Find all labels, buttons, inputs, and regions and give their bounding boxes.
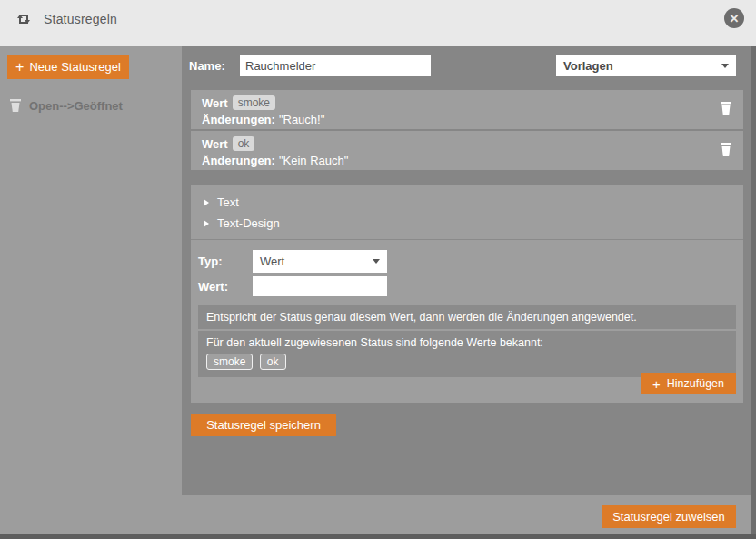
dialog-header: Statusregeln ✕ bbox=[0, 0, 756, 46]
rule-changes-line: Änderungen: "Kein Rauch" bbox=[202, 152, 734, 168]
delete-rule-icon[interactable] bbox=[720, 102, 732, 116]
section-text[interactable]: Text bbox=[191, 185, 743, 213]
value-input[interactable] bbox=[253, 276, 387, 296]
rule-edit-panel: Text Text-Design Typ: Wert Wert: Entspri… bbox=[191, 185, 743, 403]
known-value-chip-ok[interactable]: ok bbox=[260, 354, 286, 370]
rule-editor: Name: Vorlagen Wert smoke Änderungen: "R… bbox=[182, 46, 751, 495]
header-title-area: Statusregeln bbox=[0, 0, 756, 37]
close-icon[interactable]: ✕ bbox=[724, 8, 744, 28]
section-text-design-label: Text-Design bbox=[217, 216, 280, 230]
rule-row-ok[interactable]: Wert ok Änderungen: "Kein Rauch" bbox=[191, 131, 743, 170]
name-row: Name: Vorlagen bbox=[189, 55, 743, 76]
delete-rule-icon[interactable] bbox=[720, 143, 732, 157]
type-select-value: Wert bbox=[260, 255, 373, 268]
info-text-secondary: Für den aktuell zugewiesenen Status sind… bbox=[206, 336, 728, 349]
rule-value-line: Wert ok bbox=[202, 135, 734, 152]
dialog-title: Statusregeln bbox=[44, 12, 117, 26]
rule-value-chip: smoke bbox=[233, 95, 275, 110]
triangle-right-icon bbox=[204, 220, 209, 227]
dialog-footer: Statusregel zuweisen bbox=[0, 495, 756, 534]
known-value-chip-smoke[interactable]: smoke bbox=[206, 354, 253, 370]
rule-changes-text: "Rauch!" bbox=[279, 113, 324, 126]
type-select[interactable]: Wert bbox=[253, 250, 387, 273]
sidebar-item-open-geoeffnet[interactable]: Open-->Geöffnet bbox=[0, 94, 182, 117]
chevron-down-icon bbox=[721, 64, 729, 68]
name-label: Name: bbox=[189, 59, 240, 73]
known-values: smoke ok bbox=[206, 354, 728, 370]
plus-icon: + bbox=[652, 377, 661, 391]
new-statusrule-label: Neue Statusregel bbox=[29, 60, 120, 74]
templates-dropdown-value: Vorlagen bbox=[563, 59, 721, 73]
section-text-label: Text bbox=[217, 195, 239, 209]
info-text-primary: Entspricht der Status genau diesem Wert,… bbox=[198, 305, 736, 329]
value-label: Wert: bbox=[198, 280, 253, 294]
rule-changes-label: Änderungen: bbox=[202, 113, 275, 126]
rule-changes-text: "Kein Rauch" bbox=[279, 154, 348, 167]
sidebar-item-label: Open-->Geöffnet bbox=[29, 99, 123, 113]
type-row: Typ: Wert bbox=[198, 250, 743, 273]
status-rules-icon bbox=[15, 10, 33, 28]
rule-changes-line: Änderungen: "Rauch!" bbox=[202, 111, 734, 127]
rule-value-chip: ok bbox=[233, 136, 255, 151]
add-button[interactable]: + Hinzufügen bbox=[641, 373, 736, 394]
window-bottom-border bbox=[0, 534, 756, 539]
value-row: Wert: bbox=[198, 276, 743, 296]
rule-key-label: Wert bbox=[202, 137, 228, 151]
rules-sidebar: + Neue Statusregel Open-->Geöffnet bbox=[0, 46, 182, 495]
rule-changes-label: Änderungen: bbox=[202, 154, 275, 167]
triangle-right-icon bbox=[204, 199, 209, 206]
rule-value-line: Wert smoke bbox=[202, 95, 734, 111]
add-button-label: Hinzufügen bbox=[667, 377, 724, 390]
templates-dropdown[interactable]: Vorlagen bbox=[556, 55, 736, 76]
statusregeln-dialog: Statusregeln ✕ + Neue Statusregel Open--… bbox=[0, 0, 756, 539]
chevron-down-icon bbox=[373, 259, 380, 264]
rule-key-label: Wert bbox=[202, 96, 228, 110]
type-label: Typ: bbox=[198, 255, 253, 268]
panel-separator bbox=[191, 239, 743, 240]
save-statusrule-button[interactable]: Statusregel speichern bbox=[191, 414, 336, 436]
name-input[interactable] bbox=[240, 55, 431, 76]
new-statusrule-button[interactable]: + Neue Statusregel bbox=[7, 55, 129, 79]
assign-statusrule-button[interactable]: Statusregel zuweisen bbox=[602, 505, 736, 528]
section-text-design[interactable]: Text-Design bbox=[191, 213, 743, 234]
delete-rule-icon[interactable] bbox=[9, 98, 22, 113]
plus-icon: + bbox=[15, 60, 24, 75]
info-text-secondary-box: Für den aktuell zugewiesenen Status sind… bbox=[198, 331, 736, 377]
rule-row-smoke[interactable]: Wert smoke Änderungen: "Rauch!" bbox=[191, 90, 743, 129]
window-right-border bbox=[751, 46, 756, 539]
